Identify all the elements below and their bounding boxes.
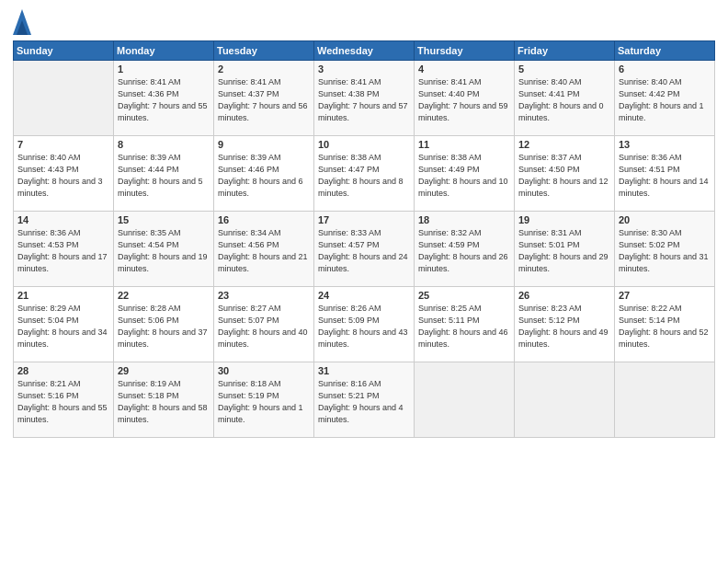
weekday-header: Sunday	[14, 41, 114, 61]
day-info: Sunrise: 8:31 AMSunset: 5:01 PMDaylight:…	[518, 227, 610, 275]
calendar-cell: 16Sunrise: 8:34 AMSunset: 4:56 PMDayligh…	[214, 212, 314, 287]
calendar-cell: 12Sunrise: 8:37 AMSunset: 4:50 PMDayligh…	[515, 136, 615, 212]
day-number: 26	[518, 290, 610, 301]
day-number: 25	[418, 290, 510, 301]
day-info: Sunrise: 8:39 AMSunset: 4:46 PMDaylight:…	[218, 152, 310, 200]
calendar-cell: 15Sunrise: 8:35 AMSunset: 4:54 PMDayligh…	[114, 212, 214, 287]
day-number: 31	[318, 365, 410, 376]
calendar-cell: 21Sunrise: 8:29 AMSunset: 5:04 PMDayligh…	[14, 287, 114, 362]
calendar-cell: 1Sunrise: 8:41 AMSunset: 4:36 PMDaylight…	[114, 61, 214, 136]
calendar-cell: 13Sunrise: 8:36 AMSunset: 4:51 PMDayligh…	[615, 136, 715, 212]
day-number: 17	[318, 214, 410, 225]
day-info: Sunrise: 8:28 AMSunset: 5:06 PMDaylight:…	[118, 303, 210, 350]
logo	[13, 13, 33, 35]
calendar-cell: 30Sunrise: 8:18 AMSunset: 5:19 PMDayligh…	[214, 362, 314, 438]
day-number: 11	[418, 139, 510, 150]
calendar-cell: 20Sunrise: 8:30 AMSunset: 5:02 PMDayligh…	[615, 212, 715, 287]
calendar-week-row: 7Sunrise: 8:40 AMSunset: 4:43 PMDaylight…	[14, 136, 715, 212]
day-info: Sunrise: 8:41 AMSunset: 4:38 PMDaylight:…	[318, 76, 410, 124]
weekday-header: Tuesday	[214, 41, 314, 61]
day-number: 1	[118, 63, 210, 75]
day-number: 2	[218, 63, 310, 75]
calendar-cell: 24Sunrise: 8:26 AMSunset: 5:09 PMDayligh…	[314, 287, 415, 362]
day-number: 20	[619, 214, 711, 225]
calendar-body: 1Sunrise: 8:41 AMSunset: 4:36 PMDaylight…	[14, 61, 715, 438]
calendar-cell	[515, 362, 615, 438]
calendar-cell: 14Sunrise: 8:36 AMSunset: 4:53 PMDayligh…	[14, 212, 114, 287]
calendar-cell: 17Sunrise: 8:33 AMSunset: 4:57 PMDayligh…	[314, 212, 415, 287]
day-info: Sunrise: 8:33 AMSunset: 4:57 PMDaylight:…	[318, 227, 410, 275]
day-number: 3	[318, 63, 410, 75]
day-info: Sunrise: 8:25 AMSunset: 5:11 PMDaylight:…	[418, 303, 510, 350]
day-number: 27	[619, 290, 711, 301]
day-number: 6	[619, 63, 711, 75]
calendar-cell: 3Sunrise: 8:41 AMSunset: 4:38 PMDaylight…	[314, 61, 415, 136]
day-number: 5	[518, 63, 610, 75]
calendar-cell	[415, 362, 515, 438]
day-info: Sunrise: 8:37 AMSunset: 4:50 PMDaylight:…	[518, 152, 610, 200]
day-info: Sunrise: 8:19 AMSunset: 5:18 PMDaylight:…	[118, 378, 210, 426]
day-info: Sunrise: 8:38 AMSunset: 4:49 PMDaylight:…	[418, 152, 510, 200]
weekday-header: Monday	[114, 41, 214, 61]
day-info: Sunrise: 8:30 AMSunset: 5:02 PMDaylight:…	[619, 227, 711, 275]
day-info: Sunrise: 8:34 AMSunset: 4:56 PMDaylight:…	[218, 227, 310, 275]
day-info: Sunrise: 8:41 AMSunset: 4:37 PMDaylight:…	[218, 76, 310, 124]
day-number: 12	[518, 139, 610, 150]
weekday-header: Thursday	[415, 41, 515, 61]
calendar-cell: 19Sunrise: 8:31 AMSunset: 5:01 PMDayligh…	[515, 212, 615, 287]
page: SundayMondayTuesdayWednesdayThursdayFrid…	[0, 0, 728, 563]
calendar-week-row: 28Sunrise: 8:21 AMSunset: 5:16 PMDayligh…	[14, 362, 715, 438]
calendar-week-row: 14Sunrise: 8:36 AMSunset: 4:53 PMDayligh…	[14, 212, 715, 287]
day-number: 4	[418, 63, 510, 75]
calendar-week-row: 1Sunrise: 8:41 AMSunset: 4:36 PMDaylight…	[14, 61, 715, 136]
day-info: Sunrise: 8:40 AMSunset: 4:43 PMDaylight:…	[17, 152, 109, 200]
day-info: Sunrise: 8:26 AMSunset: 5:09 PMDaylight:…	[318, 303, 410, 350]
day-info: Sunrise: 8:38 AMSunset: 4:47 PMDaylight:…	[318, 152, 410, 200]
calendar-cell: 28Sunrise: 8:21 AMSunset: 5:16 PMDayligh…	[14, 362, 114, 438]
calendar-cell: 29Sunrise: 8:19 AMSunset: 5:18 PMDayligh…	[114, 362, 214, 438]
calendar-cell: 26Sunrise: 8:23 AMSunset: 5:12 PMDayligh…	[515, 287, 615, 362]
day-info: Sunrise: 8:32 AMSunset: 4:59 PMDaylight:…	[418, 227, 510, 275]
header-area	[13, 9, 715, 35]
day-info: Sunrise: 8:41 AMSunset: 4:36 PMDaylight:…	[118, 76, 210, 124]
calendar-cell: 31Sunrise: 8:16 AMSunset: 5:21 PMDayligh…	[314, 362, 415, 438]
day-number: 10	[318, 139, 410, 150]
day-number: 14	[17, 214, 109, 225]
weekday-header: Friday	[515, 41, 615, 61]
calendar-cell: 22Sunrise: 8:28 AMSunset: 5:06 PMDayligh…	[114, 287, 214, 362]
calendar-cell: 18Sunrise: 8:32 AMSunset: 4:59 PMDayligh…	[415, 212, 515, 287]
day-number: 22	[118, 290, 210, 301]
day-info: Sunrise: 8:29 AMSunset: 5:04 PMDaylight:…	[17, 303, 109, 350]
calendar-week-row: 21Sunrise: 8:29 AMSunset: 5:04 PMDayligh…	[14, 287, 715, 362]
calendar-cell: 8Sunrise: 8:39 AMSunset: 4:44 PMDaylight…	[114, 136, 214, 212]
day-info: Sunrise: 8:18 AMSunset: 5:19 PMDaylight:…	[218, 378, 310, 426]
calendar-cell: 5Sunrise: 8:40 AMSunset: 4:41 PMDaylight…	[515, 61, 615, 136]
day-info: Sunrise: 8:39 AMSunset: 4:44 PMDaylight:…	[118, 152, 210, 200]
calendar-cell: 23Sunrise: 8:27 AMSunset: 5:07 PMDayligh…	[214, 287, 314, 362]
day-number: 21	[17, 290, 109, 301]
day-number: 7	[17, 139, 109, 150]
day-number: 29	[118, 365, 210, 376]
day-number: 18	[418, 214, 510, 225]
day-info: Sunrise: 8:22 AMSunset: 5:14 PMDaylight:…	[619, 303, 711, 350]
day-info: Sunrise: 8:40 AMSunset: 4:41 PMDaylight:…	[518, 76, 610, 124]
day-info: Sunrise: 8:36 AMSunset: 4:51 PMDaylight:…	[619, 152, 711, 200]
weekday-header: Wednesday	[314, 41, 415, 61]
day-number: 30	[218, 365, 310, 376]
day-number: 8	[118, 139, 210, 150]
day-info: Sunrise: 8:41 AMSunset: 4:40 PMDaylight:…	[418, 76, 510, 124]
day-number: 28	[17, 365, 109, 376]
day-info: Sunrise: 8:16 AMSunset: 5:21 PMDaylight:…	[318, 378, 410, 426]
calendar-cell: 27Sunrise: 8:22 AMSunset: 5:14 PMDayligh…	[615, 287, 715, 362]
calendar-table: SundayMondayTuesdayWednesdayThursdayFrid…	[13, 40, 715, 438]
day-number: 15	[118, 214, 210, 225]
calendar-cell: 6Sunrise: 8:40 AMSunset: 4:42 PMDaylight…	[615, 61, 715, 136]
day-number: 23	[218, 290, 310, 301]
day-number: 19	[518, 214, 610, 225]
day-info: Sunrise: 8:23 AMSunset: 5:12 PMDaylight:…	[518, 303, 610, 350]
calendar-cell	[615, 362, 715, 438]
calendar-cell: 7Sunrise: 8:40 AMSunset: 4:43 PMDaylight…	[14, 136, 114, 212]
logo-icon	[13, 9, 31, 35]
calendar-cell: 11Sunrise: 8:38 AMSunset: 4:49 PMDayligh…	[415, 136, 515, 212]
day-info: Sunrise: 8:40 AMSunset: 4:42 PMDaylight:…	[619, 76, 711, 124]
